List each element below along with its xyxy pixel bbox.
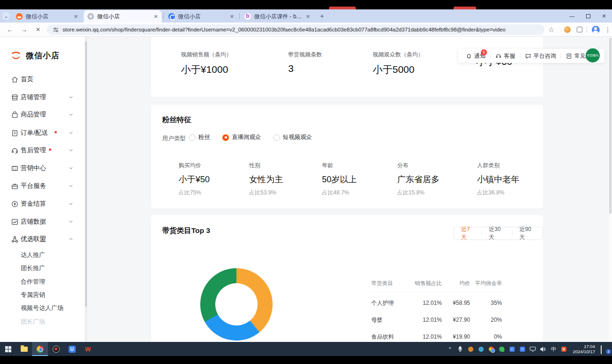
radio-short-video-viewers[interactable]: 短视频观众 [274, 133, 313, 141]
sidebar-item-product-management[interactable]: 商品管理 [0, 108, 85, 121]
radio-live-viewers[interactable]: 直播间观众 [222, 133, 261, 141]
tray-app-c2-icon[interactable]: C [519, 346, 526, 352]
sidebar-subitem-leader-plaza[interactable]: 团长广场 [0, 316, 85, 327]
bookmark-star-button[interactable]: ☆ [546, 24, 557, 35]
back-button[interactable]: ← [5, 24, 15, 35]
tab-close-icon[interactable]: ✕ [154, 14, 158, 20]
sidebar-subitem-cooperation[interactable]: 合作管理 [0, 276, 85, 287]
record-icon [53, 346, 60, 353]
recorder-button[interactable] [48, 342, 64, 356]
sidebar-subitem-creator-plaza[interactable]: 视频号达人广场 [0, 302, 85, 314]
side-panel-button[interactable] [574, 24, 585, 35]
range-7d[interactable]: 近7天 [454, 227, 481, 240]
radio-label: 短视频观众 [283, 133, 313, 141]
fans-stat-price: 购买均价 小于¥50 占比75% [179, 162, 210, 197]
profile-button[interactable] [590, 24, 601, 35]
file-explorer-button[interactable] [16, 342, 32, 356]
tab-close-icon[interactable]: ✕ [306, 14, 310, 20]
sidebar-item-settlement[interactable]: 资金结算 [0, 198, 85, 210]
store-admin-page: 微信小店 首页 店铺管理 商品管理 订单/配送 [0, 37, 612, 342]
stat-sub: 占比48.7% [322, 189, 357, 197]
tab-close-icon[interactable]: ✕ [230, 14, 234, 20]
chart-icon [11, 218, 19, 226]
notifications-button[interactable]: 通知 5 [461, 52, 490, 60]
site-settings-icon[interactable] [53, 27, 59, 33]
sidebar-subitem-creator-promo[interactable]: 达人推广 [0, 249, 85, 261]
stat-value: 3 [288, 63, 322, 74]
sidebar-item-home[interactable]: 首页 [0, 73, 85, 85]
tab-search-button[interactable]: ⌄ [2, 12, 10, 20]
sidebar-item-platform-services[interactable]: 平台服务 [0, 180, 85, 192]
ime-indicator[interactable]: 中 [550, 346, 557, 352]
stat-value: 小镇中老年 [477, 174, 519, 185]
window-minimize-button[interactable]: — [564, 9, 580, 23]
sidebar-subitem-label: 视频号达人广场 [21, 304, 63, 312]
advisor-badge[interactable]: 经营顾问 [586, 48, 600, 62]
new-tab-button[interactable]: + [318, 12, 326, 20]
sidebar-item-orders-delivery[interactable]: 订单/配送 [0, 127, 85, 139]
stat-video-viewers: 视频观众数（条均） 小于5000 [373, 51, 424, 76]
window-maximize-button[interactable] [580, 9, 596, 23]
browser-tab-2-active[interactable]: 微信小店 ✕ [84, 10, 162, 23]
customer-service-button[interactable]: 客服 [491, 52, 520, 60]
chevron-down-icon [69, 201, 73, 206]
tray-app-teal-icon[interactable] [478, 346, 484, 352]
sidebar-scrollbar[interactable] [85, 37, 87, 342]
tab-title: 微信小店 [178, 13, 201, 21]
sidebar-subitem-leader-promo[interactable]: 团长推广 [0, 263, 85, 274]
notification-badge: 3 [606, 349, 611, 354]
stop-button[interactable]: ✕ [33, 24, 43, 35]
page-scrollbar[interactable] [609, 37, 612, 342]
system-tray: ^ C C 中 S 17:04 2024/10/17 3 [447, 342, 612, 356]
browser-menu-button[interactable]: ⋮ [603, 24, 612, 35]
chrome-tray-icon[interactable] [488, 346, 494, 352]
tab-close-icon[interactable]: ✕ [74, 14, 78, 20]
scrollbar-thumb[interactable] [85, 41, 87, 307]
sidebar-item-label: 优选联盟 [21, 235, 46, 243]
radio-fans[interactable]: 粉丝 [189, 133, 210, 141]
category-card-title: 带货类目Top 3 [162, 226, 210, 236]
volume-icon[interactable] [540, 346, 546, 352]
forward-icon: → [21, 26, 27, 33]
top-letterbox [0, 0, 612, 9]
fans-stat-gender: 性别 女性为主 占比53.9% [249, 162, 283, 197]
cell-commission: 20% [470, 317, 502, 323]
sidebar-item-shop-management[interactable]: 店铺管理 [0, 91, 85, 103]
red-dot-badge [55, 131, 57, 133]
platform-consult-button[interactable]: 平台咨询 [520, 52, 561, 60]
sidebar-item-shop-data[interactable]: 店铺数据 [0, 216, 85, 228]
microphone-icon[interactable] [457, 346, 463, 352]
u-app-button[interactable]: U [64, 342, 80, 356]
sidebar-item-aftersales[interactable]: 售后管理 [0, 144, 85, 156]
window-close-button[interactable]: ✕ [596, 9, 612, 23]
browser-tab-4[interactable]: 微信小店课件 - boardmix ✕ [241, 10, 314, 23]
sidebar-subitem-exclusive-marketing[interactable]: 专属营销 [0, 289, 85, 301]
range-30d[interactable]: 近30天 [482, 227, 512, 240]
notice-badge: 5 [481, 49, 487, 55]
fans-stat-region: 分布 广东省居多 占比15.8% [397, 162, 439, 197]
kebab-menu-icon: ⋮ [604, 26, 611, 33]
browser-tab-1[interactable]: 微信小店 ✕ [12, 10, 82, 23]
sidebar-item-alliance[interactable]: 优选联盟 [0, 233, 85, 245]
stat-label: 人群类别 [477, 162, 519, 170]
address-bar[interactable]: store.weixin.qq.com/shop/findersquare/fi… [47, 24, 544, 35]
range-90d[interactable]: 近90天 [512, 227, 542, 240]
display-icon[interactable] [529, 346, 536, 352]
browser-tab-3[interactable]: 微信小店 ✕ [165, 10, 238, 23]
start-button[interactable] [0, 342, 16, 356]
tray-expand-button[interactable]: ^ [447, 346, 453, 352]
action-center-button[interactable]: 3 [601, 346, 609, 352]
radio-label: 粉丝 [198, 133, 210, 141]
forward-button[interactable]: → [19, 24, 29, 35]
sidebar-item-marketing-center[interactable]: 营销中心 [0, 162, 85, 174]
sogou-icon[interactable]: S [560, 346, 567, 352]
tray-app-c1-icon[interactable]: C [509, 346, 515, 352]
chrome-taskbar-button[interactable] [32, 342, 48, 356]
extension-button[interactable] [562, 24, 573, 35]
wps-button[interactable]: W [80, 342, 96, 356]
tray-app-orange-icon[interactable] [467, 346, 474, 352]
col-header: 带货类目 [371, 280, 408, 287]
taskbar-clock[interactable]: 17:04 2024/10/17 [571, 344, 597, 354]
wechat-tray-icon[interactable] [498, 346, 505, 352]
scrollbar-thumb[interactable] [609, 38, 612, 214]
